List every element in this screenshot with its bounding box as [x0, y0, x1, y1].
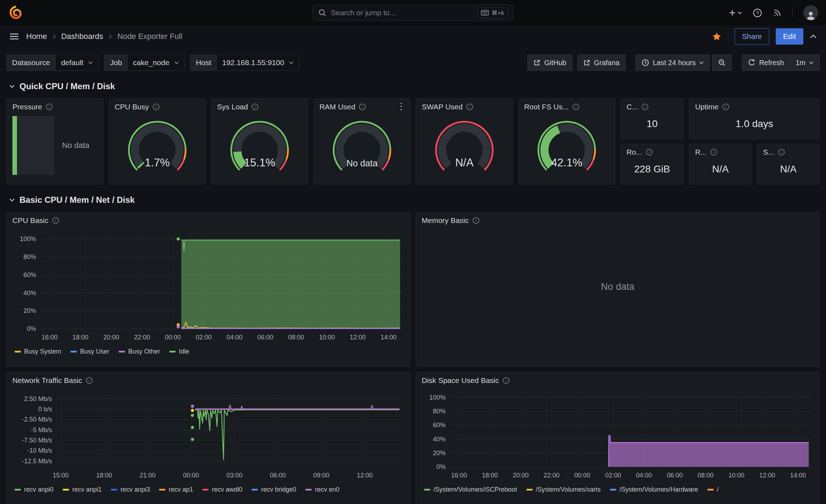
svg-text:i: i	[475, 218, 477, 223]
legend-item[interactable]: recv anpi0	[15, 486, 53, 493]
legend-item[interactable]: Busy User	[70, 348, 109, 355]
menu-button[interactable]	[9, 33, 19, 40]
new-button[interactable]: +	[729, 7, 742, 18]
svg-text:16:00: 16:00	[42, 334, 58, 341]
legend-swatch	[15, 351, 21, 353]
svg-text:-12.5 Mb/s: -12.5 Mb/s	[22, 458, 52, 465]
collapse-topbar-button[interactable]	[810, 34, 817, 39]
news-button[interactable]	[773, 8, 782, 17]
star-icon	[712, 32, 722, 41]
svg-text:i: i	[49, 104, 50, 109]
info-icon[interactable]: i	[251, 103, 259, 110]
favorite-button[interactable]	[712, 32, 722, 41]
panel-network-traffic-basic: Network Traffic Basic i 2.50 Mb/s0 b/s-2…	[6, 372, 411, 504]
info-icon[interactable]: i	[722, 103, 729, 110]
legend-item[interactable]: /System/Volumes/Hardware	[610, 486, 698, 493]
legend-item[interactable]: recv en0	[305, 486, 339, 493]
search-input[interactable]	[331, 8, 473, 17]
help-button[interactable]: ?	[753, 8, 762, 18]
panel-menu-icon[interactable]: ⋮	[397, 102, 406, 111]
svg-text:i: i	[575, 104, 577, 109]
info-icon[interactable]: i	[641, 103, 649, 110]
ram-used-gauge: No data	[314, 113, 410, 180]
svg-text:04:00: 04:00	[636, 472, 652, 479]
host-dropdown[interactable]: 192.168.1.55:9100	[216, 55, 299, 71]
grafana-logo-icon[interactable]	[8, 5, 23, 20]
zoom-out-button[interactable]	[712, 55, 732, 71]
time-range-picker[interactable]: Last 24 hours	[635, 55, 710, 71]
refresh-interval-dropdown[interactable]: 1m	[790, 55, 820, 71]
job-dropdown[interactable]: cake_node	[127, 55, 185, 71]
legend-item[interactable]: /System/Volumes/xarts	[526, 486, 601, 493]
breadcrumb-dashboards[interactable]: Dashboards	[61, 32, 103, 41]
svg-text:i: i	[505, 378, 507, 383]
divider	[792, 7, 793, 18]
grafana-link-button[interactable]: Grafana	[577, 55, 626, 71]
section-basic[interactable]: Basic CPU / Mem / Net / Disk	[6, 195, 820, 205]
legend-item[interactable]: /	[707, 486, 719, 493]
chevron-up-icon	[810, 34, 817, 39]
svg-text:09:00: 09:00	[313, 472, 329, 479]
cpu-busy-gauge: 1.7%	[109, 113, 205, 180]
info-icon[interactable]: i	[52, 217, 59, 224]
info-icon[interactable]: i	[359, 103, 366, 110]
legend-item[interactable]: recv awdl0	[202, 486, 242, 493]
variable-host: Host 192.168.1.55:9100	[190, 55, 299, 71]
info-icon[interactable]: i	[503, 377, 510, 384]
svg-text:06:00: 06:00	[667, 472, 683, 479]
legend-item[interactable]: recv ap1	[159, 486, 193, 493]
datasource-dropdown[interactable]: default	[55, 55, 98, 71]
info-icon[interactable]: i	[153, 103, 160, 110]
svg-text:06:00: 06:00	[257, 334, 273, 341]
help-icon: ?	[753, 8, 762, 18]
panel-ram-used: RAM Used i ⋮ No data	[313, 98, 411, 184]
search-bar[interactable]: ⌘+k	[313, 5, 513, 21]
svg-text:40%: 40%	[432, 436, 445, 443]
legend-item[interactable]: Busy Other	[119, 348, 160, 355]
info-icon[interactable]: i	[473, 217, 480, 224]
panel-title: Network Traffic Basic	[12, 376, 82, 385]
info-icon[interactable]: i	[572, 103, 579, 110]
info-icon[interactable]: i	[86, 377, 93, 384]
svg-text:03:00: 03:00	[226, 472, 242, 479]
network-traffic-chart[interactable]: 2.50 Mb/s0 b/s-2.50 Mb/s-5 Mb/s-7.50 Mb/…	[7, 388, 410, 483]
chart-legend: recv anpi0recv anpi1recv anpi3recv ap1re…	[7, 483, 410, 493]
info-icon[interactable]: i	[646, 149, 653, 156]
refresh-button[interactable]: Refresh	[742, 55, 790, 71]
section-quick[interactable]: Quick CPU / Mem / Disk	[6, 81, 820, 91]
legend-item[interactable]: Idle	[169, 348, 189, 355]
legend-item[interactable]: /System/Volumes/iSCPreboot	[424, 486, 517, 493]
top-nav: ⌘+k + ?	[0, 0, 826, 25]
svg-text:0%: 0%	[436, 463, 445, 470]
no-data-message: No data	[416, 228, 820, 345]
panel-title: C...	[627, 103, 638, 111]
legend-swatch	[70, 351, 77, 353]
svg-text:-2.50 Mb/s: -2.50 Mb/s	[22, 416, 52, 423]
info-icon[interactable]: i	[466, 103, 473, 110]
info-icon[interactable]: i	[46, 103, 53, 110]
legend-swatch	[424, 489, 430, 491]
breadcrumb-home[interactable]: Home	[26, 32, 47, 41]
no-data-message: No data	[54, 116, 97, 175]
legend-item[interactable]: Busy System	[15, 348, 61, 355]
info-icon[interactable]: i	[778, 149, 785, 156]
panel-title: Pressure	[12, 103, 42, 111]
menu-icon	[9, 33, 19, 40]
external-link-icon	[533, 59, 541, 66]
svg-text:18:00: 18:00	[73, 334, 89, 341]
svg-text:0%: 0%	[27, 325, 36, 332]
cpu-basic-chart[interactable]: 0%20%40%60%80%100%16:0018:0020:0022:0000…	[7, 228, 410, 345]
legend-item[interactable]: recv anpi1	[63, 486, 102, 493]
share-button[interactable]: Share	[735, 28, 769, 45]
svg-text:i: i	[645, 104, 646, 109]
stat-value: 10	[621, 113, 684, 135]
disk-space-chart[interactable]: 0%20%40%60%80%100%16:0018:0020:0022:0000…	[416, 388, 820, 483]
legend-item[interactable]: recv anpi3	[111, 486, 150, 493]
github-link-button[interactable]: GitHub	[527, 55, 572, 71]
panel-ram-total: R... i N/A	[689, 144, 752, 184]
svg-text:42.1%: 42.1%	[551, 156, 582, 169]
edit-button[interactable]: Edit	[776, 28, 803, 45]
info-icon[interactable]: i	[710, 149, 717, 156]
legend-item[interactable]: recv bridge0	[251, 486, 296, 493]
user-menu-button[interactable]	[803, 5, 818, 20]
